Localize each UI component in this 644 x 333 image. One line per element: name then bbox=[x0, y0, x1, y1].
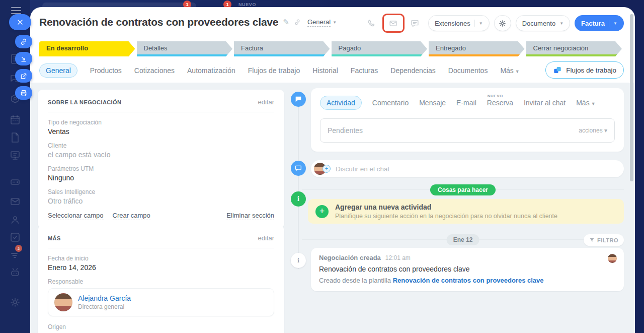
field-value[interactable]: el campo está vacío bbox=[48, 151, 274, 159]
scrollbar-thumb[interactable] bbox=[630, 14, 633, 181]
filter-button[interactable]: FILTRO bbox=[584, 234, 624, 246]
select-field-link[interactable]: Seleccionar campo bbox=[48, 212, 104, 220]
field-value[interactable]: Otro tráfico bbox=[48, 197, 274, 205]
open-in-new-button[interactable] bbox=[15, 69, 32, 83]
funnel-icon bbox=[589, 237, 595, 243]
composer-tab-comentario[interactable]: Comentario bbox=[372, 99, 409, 107]
timeline-event-card[interactable]: Negociación creada 12:01 am Renovación d… bbox=[311, 248, 624, 291]
tab-dependencias[interactable]: Dependencias bbox=[390, 66, 436, 75]
responsible-card[interactable]: Alejandra García Directora general bbox=[48, 288, 274, 316]
tab-mas-label: Más bbox=[500, 66, 513, 75]
print-button[interactable] bbox=[15, 86, 32, 100]
stage-pagado[interactable]: Pagado bbox=[332, 41, 428, 56]
whiteboard-icon[interactable] bbox=[9, 150, 21, 162]
composer-tab-mas[interactable]: Más▼ bbox=[576, 99, 595, 107]
bot-icon[interactable] bbox=[9, 267, 21, 279]
deal-tabs: General Productos Cotizaciones Automatiz… bbox=[39, 63, 520, 78]
avatar bbox=[54, 293, 72, 311]
chevron-down-icon: ▼ bbox=[333, 20, 337, 25]
settings-icon[interactable] bbox=[9, 296, 21, 308]
stage-en-desarrollo[interactable]: En desarrollo bbox=[39, 41, 135, 56]
banner-title: Agregar una nueva actividad bbox=[335, 203, 557, 211]
filter-count-badge: 2 bbox=[15, 245, 22, 252]
responsible-role: Directora general bbox=[78, 303, 131, 310]
actions-label: acciones bbox=[579, 127, 602, 134]
things-to-do-pill[interactable]: Cosas para hacer bbox=[430, 184, 496, 195]
stage-factura[interactable]: Factura bbox=[234, 41, 330, 56]
tasks-icon[interactable] bbox=[9, 231, 21, 243]
event-body: Renovación de contratos con proveedores … bbox=[319, 265, 616, 273]
email-button[interactable] bbox=[385, 15, 402, 31]
delete-section-link[interactable]: Eliminar sección bbox=[226, 212, 274, 220]
call-button[interactable] bbox=[363, 15, 380, 31]
close-slider-button[interactable] bbox=[9, 14, 31, 30]
field-label: Parámetros UTM bbox=[48, 165, 274, 172]
settings-button[interactable] bbox=[494, 15, 511, 31]
highlight-ring bbox=[382, 14, 405, 33]
composer-tab-email[interactable]: E-mail bbox=[456, 99, 476, 107]
edit-section-link[interactable]: editar bbox=[258, 98, 274, 106]
tab-mas[interactable]: Más▼ bbox=[500, 66, 519, 75]
chat-marker-icon bbox=[291, 161, 306, 176]
tab-productos[interactable]: Productos bbox=[90, 66, 122, 75]
documento-button[interactable]: Documento ▼ bbox=[516, 15, 570, 31]
section-title: MÁS bbox=[48, 235, 61, 241]
tab-facturas[interactable]: Facturas bbox=[351, 66, 378, 75]
divider bbox=[48, 248, 274, 248]
extensions-button[interactable]: Extensiones ▼ bbox=[428, 15, 490, 31]
edit-section-link[interactable]: editar bbox=[258, 234, 274, 242]
edit-title-icon[interactable]: ✎ bbox=[283, 18, 289, 27]
todo-input[interactable] bbox=[328, 126, 574, 135]
field-label: Origen bbox=[48, 323, 274, 330]
stage-cerrar-negociacion[interactable]: Cerrar negociación bbox=[526, 41, 622, 56]
drive-icon[interactable] bbox=[9, 176, 21, 188]
field-value[interactable]: Ventas bbox=[48, 127, 274, 136]
todo-separator: Cosas para hacer bbox=[302, 184, 624, 195]
event-footer: Creado desde la plantilla Renovación de … bbox=[319, 277, 616, 284]
tab-historial[interactable]: Historial bbox=[312, 66, 338, 75]
link-icon[interactable] bbox=[294, 19, 301, 26]
tab-automatizacion[interactable]: Automatización bbox=[187, 66, 235, 75]
template-link[interactable]: Renovación de contratos con proveedores … bbox=[393, 277, 544, 284]
stage-label: Cerrar negociación bbox=[533, 44, 589, 52]
tab-general[interactable]: General bbox=[39, 63, 77, 78]
divider bbox=[609, 20, 609, 27]
people-icon[interactable] bbox=[9, 214, 21, 226]
workflows-button[interactable]: Flujos de trabajo bbox=[545, 61, 624, 79]
calendar-icon[interactable] bbox=[9, 114, 21, 126]
funnel-selector-label: General bbox=[307, 18, 331, 27]
chat-button[interactable] bbox=[407, 15, 424, 31]
create-field-link[interactable]: Crear campo bbox=[113, 212, 150, 220]
header-actions: Extensiones ▼ Documento ▼ Factura ▼ bbox=[363, 15, 624, 31]
left-sidebar: 2 bbox=[0, 0, 30, 333]
stage-label: Detalles bbox=[144, 44, 168, 52]
composer-tab-actividad[interactable]: Actividad bbox=[320, 96, 362, 110]
field-value[interactable]: Enero 14, 2026 bbox=[48, 263, 274, 272]
stage-entregado[interactable]: Entregado bbox=[429, 41, 525, 56]
tab-documentos[interactable]: Documentos bbox=[448, 66, 488, 75]
factura-label: Factura bbox=[581, 20, 605, 27]
page-title: Renovación de contratos con proveedores … bbox=[39, 16, 278, 28]
responsible-name-link[interactable]: Alejandra García bbox=[78, 294, 131, 302]
field-label: Tipo de negociación bbox=[48, 119, 274, 126]
date-separator: Ene 12 FILTRO bbox=[302, 234, 624, 245]
nuevo-top-label: NUEVO bbox=[238, 2, 256, 7]
add-participant-icon[interactable]: + bbox=[323, 165, 331, 173]
file-icon[interactable] bbox=[9, 131, 21, 144]
stage-detalles[interactable]: Detalles bbox=[137, 41, 233, 56]
funnel-selector[interactable]: General▼ bbox=[307, 18, 337, 27]
mail-icon[interactable] bbox=[9, 195, 21, 208]
field-value[interactable]: Ninguno bbox=[48, 174, 274, 182]
copy-link-button[interactable] bbox=[15, 35, 32, 48]
composer-tab-mensaje[interactable]: Mensaje bbox=[419, 99, 446, 107]
composer-tab-invitar-al-chat[interactable]: Invitar al chat bbox=[524, 99, 566, 107]
actions-dropdown[interactable]: acciones ▾ bbox=[579, 127, 607, 134]
factura-button[interactable]: Factura ▼ bbox=[575, 15, 624, 31]
tab-cotizaciones[interactable]: Cotizaciones bbox=[134, 66, 175, 75]
event-footer-prefix: Creado desde la plantilla bbox=[319, 277, 391, 284]
chat-input[interactable] bbox=[336, 165, 621, 173]
add-activity-banner[interactable]: + Agregar una nueva actividad Planifique… bbox=[308, 199, 624, 224]
tab-flujos-de-trabajo[interactable]: Flujos de trabajo bbox=[248, 66, 300, 75]
minimize-button[interactable] bbox=[15, 52, 32, 65]
composer-tab-reserva[interactable]: NUEVOReserva bbox=[487, 99, 513, 107]
